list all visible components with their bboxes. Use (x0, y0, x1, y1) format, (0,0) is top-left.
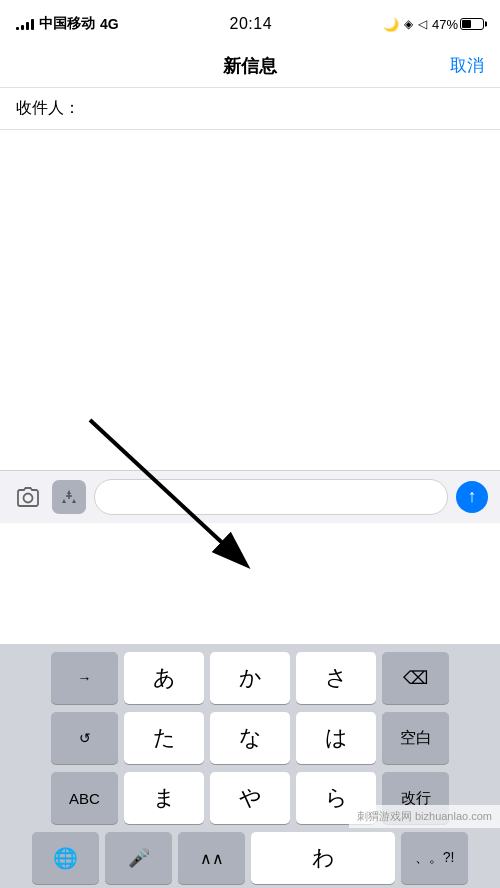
key-punct[interactable]: 、。?! (401, 832, 468, 884)
recipient-input[interactable] (80, 100, 484, 118)
status-right: 🌙 ◈ ◁ 47% (383, 17, 484, 32)
watermark: 刺猬游戏网 bizhuanlao.com (349, 805, 500, 828)
status-left: 中国移动 4G (16, 15, 119, 33)
message-toolbar: ↑ (0, 470, 500, 523)
carrier-label: 中国移动 (39, 15, 95, 33)
keyboard-row-4: 🌐 🎤 ∧∧ わ 、。?! (3, 832, 497, 884)
nav-bar: 新信息 取消 (0, 44, 500, 88)
message-area (0, 130, 500, 470)
key-ma[interactable]: ま (124, 772, 204, 824)
key-wa[interactable]: わ (251, 832, 395, 884)
network-label: 4G (100, 16, 119, 32)
delete-key[interactable]: ⌫ (382, 652, 449, 704)
key-a[interactable]: あ (124, 652, 204, 704)
svg-point-2 (24, 494, 33, 503)
wifi-icon: ◁ (418, 17, 427, 31)
moon-icon: 🌙 (383, 17, 399, 32)
key-globe[interactable]: 🌐 (32, 832, 99, 884)
key-ya[interactable]: や (210, 772, 290, 824)
keyboard: → あ か さ ⌫ ↺ た な は 空白 (0, 644, 500, 888)
mic-icon: 🎤 (128, 847, 150, 869)
key-ha[interactable]: は (296, 712, 376, 764)
message-input[interactable] (94, 479, 448, 515)
keyboard-row-1: → あ か さ ⌫ (3, 652, 497, 704)
delete-icon: ⌫ (403, 667, 428, 689)
send-button[interactable]: ↑ (456, 481, 488, 513)
page-title: 新信息 (223, 54, 277, 78)
key-ta[interactable]: た (124, 712, 204, 764)
key-caret[interactable]: ∧∧ (178, 832, 245, 884)
battery-percent: 47% (432, 17, 458, 32)
appstore-button[interactable] (52, 480, 86, 514)
battery-indicator: 47% (432, 17, 484, 32)
key-ka[interactable]: か (210, 652, 290, 704)
globe-icon: 🌐 (53, 846, 78, 870)
key-undo[interactable]: ↺ (51, 712, 118, 764)
location-icon: ◈ (404, 17, 413, 31)
key-sa[interactable]: さ (296, 652, 376, 704)
signal-icon (16, 18, 34, 30)
key-mic[interactable]: 🎤 (105, 832, 172, 884)
time-label: 20:14 (230, 15, 273, 33)
camera-button[interactable] (12, 481, 44, 513)
recipient-bar: 收件人： (0, 88, 500, 130)
keyboard-row-2: ↺ た な は 空白 (3, 712, 497, 764)
key-na[interactable]: な (210, 712, 290, 764)
key-arrow-right[interactable]: → (51, 652, 118, 704)
send-icon: ↑ (468, 487, 477, 505)
key-abc[interactable]: ABC (51, 772, 118, 824)
space-key[interactable]: 空白 (382, 712, 449, 764)
recipient-label: 收件人： (16, 98, 80, 119)
cancel-button[interactable]: 取消 (450, 54, 484, 77)
status-bar: 中国移动 4G 20:14 🌙 ◈ ◁ 47% (0, 0, 500, 44)
